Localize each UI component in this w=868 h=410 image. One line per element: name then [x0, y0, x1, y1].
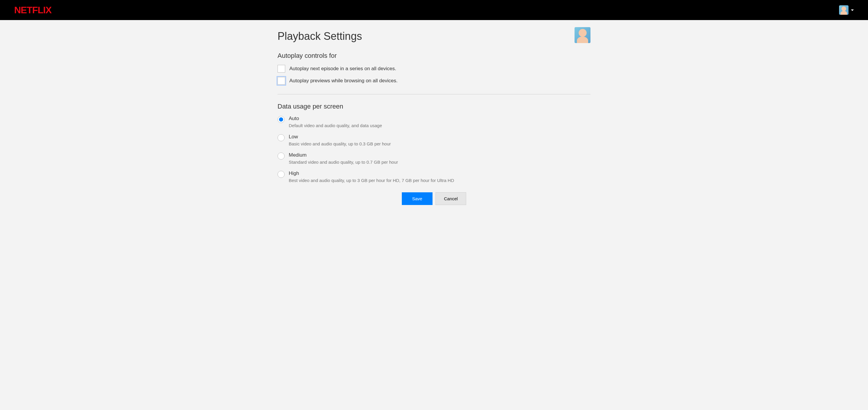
data-usage-high-row: High Best video and audio quality, up to…	[278, 170, 590, 183]
main-content: Playback Settings Autoplay controls for …	[273, 20, 595, 223]
data-usage-auto-content: Auto Default video and audio quality, an…	[289, 115, 382, 128]
cancel-button[interactable]: Cancel	[435, 192, 466, 205]
header: NETFLIX	[0, 0, 868, 20]
save-button[interactable]: Save	[402, 192, 433, 205]
data-usage-low-content: Low Basic video and audio quality, up to…	[289, 134, 391, 146]
data-usage-medium-radio[interactable]	[278, 152, 285, 160]
profile-avatar	[575, 27, 590, 43]
autoplay-next-episode-label: Autoplay next episode in a series on all…	[289, 66, 396, 72]
data-usage-medium-label: Medium	[289, 152, 398, 158]
page-title: Playback Settings	[278, 30, 362, 42]
avatar-icon	[839, 5, 848, 15]
data-usage-medium-content: Medium Standard video and audio quality,…	[289, 152, 398, 165]
profile-menu-trigger[interactable]	[839, 5, 854, 15]
caret-down-icon	[851, 9, 854, 11]
data-usage-high-content: High Best video and audio quality, up to…	[289, 170, 454, 183]
data-usage-auto-row: Auto Default video and audio quality, an…	[278, 115, 590, 128]
button-row: Save Cancel	[278, 192, 590, 205]
autoplay-section-title: Autoplay controls for	[278, 52, 590, 60]
autoplay-previews-label: Autoplay previews while browsing on all …	[289, 78, 398, 84]
autoplay-previews-row: Autoplay previews while browsing on all …	[278, 77, 590, 84]
autoplay-next-episode-row: Autoplay next episode in a series on all…	[278, 65, 590, 73]
data-usage-medium-row: Medium Standard video and audio quality,…	[278, 152, 590, 165]
data-usage-high-desc: Best video and audio quality, up to 3 GB…	[289, 178, 454, 183]
data-usage-medium-desc: Standard video and audio quality, up to …	[289, 160, 398, 165]
data-usage-high-radio[interactable]	[278, 171, 285, 178]
data-usage-auto-radio[interactable]	[278, 116, 285, 123]
data-usage-low-radio[interactable]	[278, 134, 285, 141]
autoplay-next-episode-checkbox[interactable]	[278, 65, 285, 73]
data-usage-section-title: Data usage per screen	[278, 103, 590, 110]
data-usage-auto-desc: Default video and audio quality, and dat…	[289, 123, 382, 128]
autoplay-previews-checkbox[interactable]	[278, 77, 285, 84]
title-row: Playback Settings	[278, 27, 590, 43]
data-usage-high-label: High	[289, 170, 454, 176]
data-usage-low-label: Low	[289, 134, 391, 140]
netflix-logo[interactable]: NETFLIX	[14, 5, 51, 15]
data-usage-low-row: Low Basic video and audio quality, up to…	[278, 134, 590, 146]
data-usage-auto-label: Auto	[289, 115, 382, 122]
data-usage-low-desc: Basic video and audio quality, up to 0.3…	[289, 141, 391, 146]
